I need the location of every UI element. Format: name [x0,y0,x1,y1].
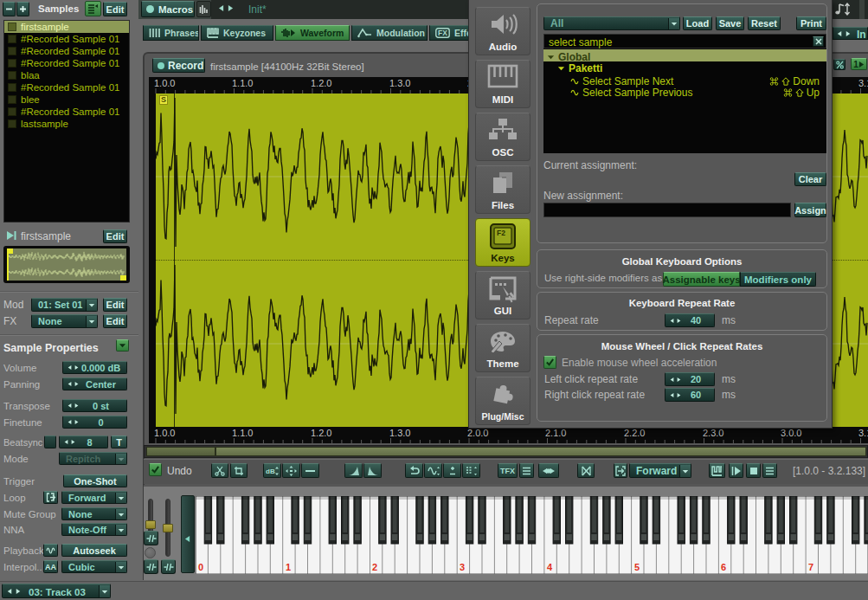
svg-text:0: 0 [198,562,203,572]
svg-text:2: 2 [372,562,377,572]
svg-text:6: 6 [721,562,726,572]
svg-text:FX: FX [438,29,447,37]
svg-text:1: 1 [286,562,291,572]
svg-text:F2: F2 [497,229,505,237]
svg-text:4: 4 [547,562,553,572]
svg-text:3: 3 [460,562,465,572]
svg-text:7: 7 [808,562,813,572]
svg-text:dB: dB [266,468,275,475]
svg-text:5: 5 [634,562,640,572]
